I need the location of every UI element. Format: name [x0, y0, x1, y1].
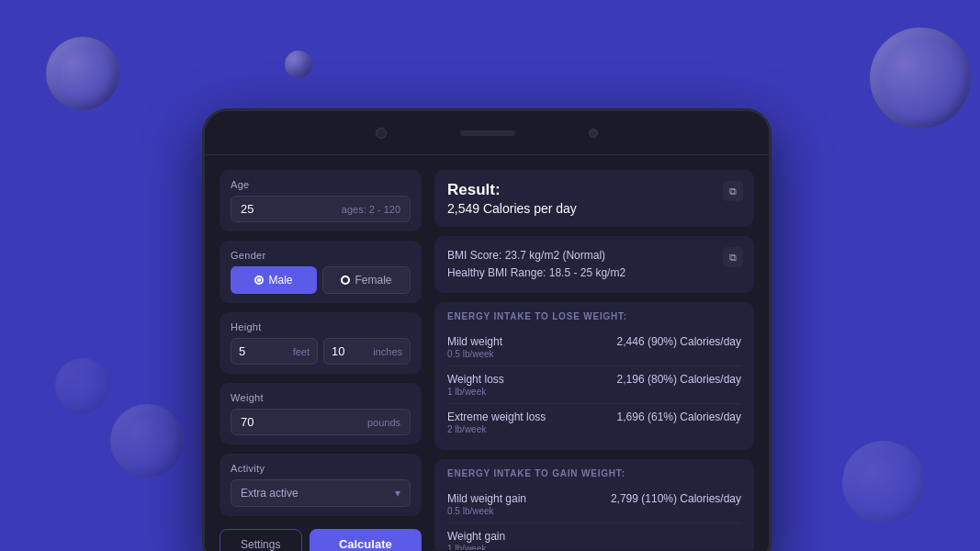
front-camera — [376, 128, 387, 139]
lose-item-1-name: Weight loss — [447, 373, 504, 386]
bg-bubble-4 — [110, 404, 184, 478]
gain-weight-item-0: Mild weight gain 0.5 lb/week 2,799 (110%… — [447, 486, 741, 523]
speaker — [460, 130, 515, 136]
lose-weight-item-2: Extreme weight loss 2 lb/week 1,696 (61%… — [447, 404, 741, 441]
bmi-card: BMI Score: 23.7 kg/m2 (Normal) Healthy B… — [434, 236, 754, 293]
inches-input[interactable]: 10 inches — [323, 338, 411, 365]
chevron-down-icon: ▾ — [395, 487, 400, 500]
feet-value: 5 — [239, 344, 288, 358]
weight-unit: pounds — [367, 417, 400, 428]
camera-dot — [589, 129, 598, 138]
lose-item-0-sub: 0.5 lb/week — [447, 349, 502, 359]
gender-toggle-row: Male Female — [231, 266, 411, 294]
bmi-score: BMI Score: 23.7 kg/m2 (Normal) — [447, 247, 741, 264]
bg-bubble-2 — [285, 51, 312, 78]
height-label: Height — [231, 321, 411, 332]
tablet-frame: Age 25 ages: 2 - 120 Gender Male Female — [202, 108, 772, 551]
lose-weight-item-0: Mild weight 0.5 lb/week 2,446 (90%) Calo… — [447, 329, 741, 366]
lose-weight-card: ENERGY INTAKE TO LOSE WEIGHT: Mild weigh… — [434, 302, 754, 450]
copy-result-button[interactable]: ⧉ — [723, 181, 743, 201]
result-card: Result: 2,549 Calories per day ⧉ — [434, 170, 754, 227]
weight-input-row[interactable]: 70 pounds — [231, 409, 411, 435]
gain-item-0-name: Mild weight gain — [447, 492, 526, 505]
action-buttons: Settings Calculate — [220, 529, 422, 551]
gain-weight-section-label: ENERGY INTAKE TO GAIN WEIGHT: — [447, 468, 741, 478]
gain-weight-item-1: Weight gain 1 lb/week — [447, 523, 741, 550]
bg-bubble-1 — [46, 37, 119, 110]
weight-field-group: Weight 70 pounds — [220, 383, 422, 444]
result-title: Result: — [447, 181, 741, 199]
bmi-range: Healthy BMI Range: 18.5 - 25 kg/m2 — [447, 264, 741, 282]
result-value: 2,549 Calories per day — [447, 201, 741, 216]
lose-item-2-sub: 2 lb/week — [447, 424, 546, 434]
inches-value: 10 — [332, 344, 368, 358]
activity-selected: Extra active — [241, 487, 395, 500]
male-label: Male — [268, 274, 292, 287]
tablet-top-bar — [205, 111, 769, 155]
settings-button[interactable]: Settings — [220, 529, 302, 551]
lose-item-2-name: Extreme weight loss — [447, 410, 546, 423]
right-panel: Result: 2,549 Calories per day ⧉ BMI Sco… — [434, 170, 754, 550]
age-field-group: Age 25 ages: 2 - 120 — [220, 170, 422, 231]
age-value: 25 — [241, 202, 342, 216]
male-radio — [254, 276, 264, 285]
activity-field-group: Activity Extra active ▾ — [220, 454, 422, 516]
male-button[interactable]: Male — [231, 266, 317, 294]
bg-bubble-3 — [870, 28, 971, 129]
lose-item-0-value: 2,446 (90%) Calories/day — [617, 335, 741, 348]
age-input-row[interactable]: 25 ages: 2 - 120 — [231, 196, 411, 222]
left-panel: Age 25 ages: 2 - 120 Gender Male Female — [220, 170, 422, 550]
age-hint: ages: 2 - 120 — [342, 204, 400, 215]
age-label: Age — [231, 179, 411, 190]
gender-label: Gender — [231, 250, 411, 261]
lose-weight-section-label: ENERGY INTAKE TO LOSE WEIGHT: — [447, 311, 741, 321]
gain-item-0-sub: 0.5 lb/week — [447, 506, 526, 516]
female-label: Female — [355, 274, 391, 287]
gain-item-0-value: 2,799 (110%) Calories/day — [611, 492, 741, 505]
weight-label: Weight — [231, 392, 411, 403]
lose-item-0-name: Mild weight — [447, 335, 502, 348]
copy-bmi-button[interactable]: ⧉ — [723, 247, 743, 267]
calculate-button[interactable]: Calculate — [310, 529, 422, 551]
gain-weight-card: ENERGY INTAKE TO GAIN WEIGHT: Mild weigh… — [434, 459, 754, 550]
lose-item-1-sub: 1 lb/week — [447, 387, 504, 397]
lose-weight-item-1: Weight loss 1 lb/week 2,196 (80%) Calori… — [447, 366, 741, 404]
feet-input[interactable]: 5 feet — [231, 338, 318, 365]
activity-label: Activity — [231, 463, 411, 474]
inches-unit: inches — [373, 346, 402, 357]
bg-bubble-5 — [55, 358, 110, 413]
tablet-content: Age 25 ages: 2 - 120 Gender Male Female — [205, 155, 769, 551]
lose-item-1-value: 2,196 (80%) Calories/day — [617, 373, 741, 386]
bg-bubble-6 — [842, 441, 925, 523]
feet-unit: feet — [293, 346, 310, 357]
female-radio — [341, 276, 350, 285]
activity-dropdown[interactable]: Extra active ▾ — [231, 479, 411, 507]
female-button[interactable]: Female — [322, 266, 411, 294]
height-inputs-row: 5 feet 10 inches — [231, 338, 411, 365]
gain-item-1-name: Weight gain — [447, 530, 505, 543]
lose-item-2-value: 1,696 (61%) Calories/day — [617, 410, 741, 423]
weight-value: 70 — [241, 415, 367, 429]
height-field-group: Height 5 feet 10 inches — [220, 312, 422, 374]
gain-item-1-sub: 1 lb/week — [447, 544, 505, 550]
gender-field-group: Gender Male Female — [220, 241, 422, 303]
